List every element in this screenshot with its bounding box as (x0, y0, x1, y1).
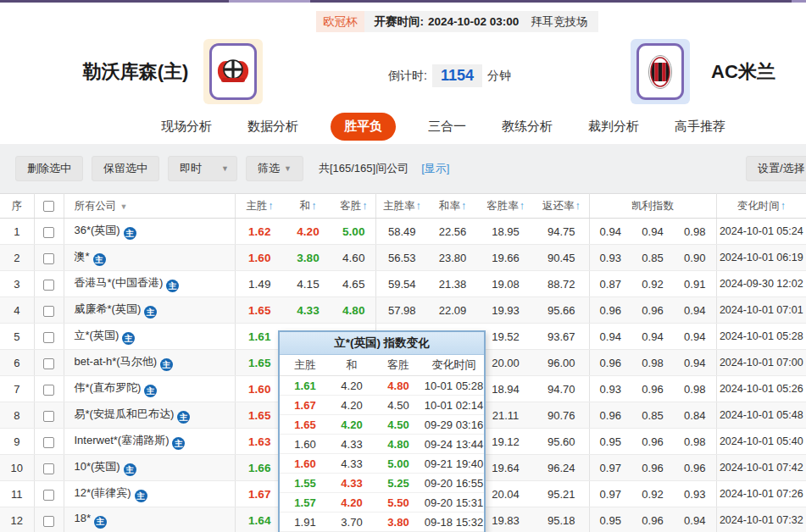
home-odds[interactable]: 1.60 (235, 376, 284, 402)
home-circle-icon[interactable]: 主 (144, 306, 157, 319)
header-home-rate[interactable]: 主胜率↑ (375, 194, 428, 219)
nav-tab[interactable]: 高手推荐 (671, 113, 729, 141)
kickoff-label: 开赛时间: (375, 14, 425, 30)
home-odds[interactable]: 1.65 (235, 297, 284, 324)
popup-draw-odds: 4.33 (331, 457, 373, 470)
popup-change-time: 09-21 19:40 (424, 457, 484, 470)
nav-tab[interactable]: 教练分析 (498, 113, 556, 141)
company-name[interactable]: 伟*(直布罗陀) (75, 381, 142, 394)
away-rate: 19.08 (477, 271, 534, 297)
nav-tab[interactable]: 胜平负 (331, 113, 396, 141)
home-odds[interactable]: 1.67 (235, 481, 284, 507)
company-name[interactable]: Interwet*(塞浦路斯) (75, 434, 170, 446)
row-checkbox[interactable] (43, 280, 54, 291)
row-checkbox[interactable] (43, 385, 54, 396)
company-name[interactable]: 36*(英国) (75, 224, 120, 236)
company-name[interactable]: 10*(英国) (75, 460, 120, 473)
row-checkbox[interactable] (43, 227, 54, 238)
row-checkbox[interactable] (43, 437, 54, 448)
home-circle-icon[interactable]: 主 (93, 253, 106, 266)
live-dropdown[interactable]: 即时 ▼ (168, 156, 237, 181)
draw-odds[interactable]: 3.80 (284, 245, 332, 271)
delete-selected-button[interactable]: 删除选中 (15, 156, 83, 181)
company-name[interactable]: 威廉希*(英国) (75, 302, 142, 315)
ac-milan-crest-icon (643, 52, 677, 92)
away-odds[interactable]: 4.80 (332, 297, 375, 324)
header-home-odds[interactable]: 主胜↑ (235, 194, 284, 219)
home-odds[interactable]: 1.63 (235, 429, 284, 455)
header-away-odds[interactable]: 客胜↑ (332, 194, 375, 219)
row-checkbox[interactable] (43, 253, 54, 264)
nav-tab[interactable]: 裁判分析 (585, 113, 642, 141)
company-name[interactable]: 香港马*(中国香港) (75, 276, 164, 289)
home-circle-icon[interactable]: 主 (166, 280, 179, 292)
header-away-rate[interactable]: 客胜率↑ (477, 194, 534, 219)
keep-selected-button[interactable]: 保留选中 (92, 156, 159, 181)
popup-home-odds: 1.61 (280, 380, 331, 392)
home-circle-icon[interactable]: 主 (135, 490, 147, 502)
header-draw-odds[interactable]: 和↑ (284, 194, 332, 219)
company-name[interactable]: 18* (75, 512, 92, 524)
home-odds[interactable]: 1.60 (235, 245, 284, 271)
popup-row: 1.61 4.20 4.80 10-01 05:28 (280, 376, 484, 396)
away-rate: 19.66 (477, 245, 534, 271)
away-rate: 18.94 (477, 376, 534, 402)
home-circle-icon[interactable]: 主 (124, 463, 136, 476)
home-circle-icon[interactable]: 主 (122, 332, 135, 345)
nav-tab[interactable]: 三合一 (425, 113, 470, 141)
kelly-home: 0.95 (589, 507, 631, 532)
kelly-away: 0.98 (674, 429, 716, 455)
select-all-checkbox[interactable] (43, 201, 54, 212)
home-odds[interactable]: 1.65 (235, 350, 284, 376)
away-odds[interactable]: 5.00 (332, 219, 375, 245)
row-checkbox[interactable] (43, 463, 54, 474)
home-odds[interactable]: 1.64 (235, 507, 284, 532)
chevron-down-icon: ▼ (284, 164, 292, 173)
home-circle-icon[interactable]: 主 (172, 437, 185, 450)
row-checkbox-cell (34, 402, 64, 429)
home-odds[interactable]: 1.49 (235, 271, 284, 297)
popup-draw-odds: 4.20 (331, 380, 373, 392)
show-link[interactable]: [显示] (421, 161, 449, 176)
home-circle-icon[interactable]: 主 (124, 227, 136, 240)
home-odds[interactable]: 1.61 (235, 324, 284, 350)
row-checkbox[interactable] (43, 516, 54, 527)
home-odds[interactable]: 1.65 (235, 402, 284, 429)
away-odds[interactable]: 4.65 (332, 271, 375, 297)
draw-odds[interactable]: 4.20 (284, 219, 332, 245)
company-name[interactable]: 易*(安提瓜和巴布达) (75, 407, 175, 420)
filter-dropdown-label: 筛选 (258, 161, 280, 176)
home-odds[interactable]: 1.62 (235, 219, 284, 245)
company-name[interactable]: 澳* (75, 250, 90, 263)
home-circle-icon[interactable]: 主 (177, 411, 190, 424)
row-index: 8 (0, 402, 34, 429)
draw-odds[interactable]: 4.33 (284, 297, 332, 324)
company-cell: 10*(英国)主 (64, 455, 235, 481)
nav-tab[interactable]: 数据分析 (244, 113, 302, 141)
header-draw-rate[interactable]: 和率↑ (428, 194, 477, 219)
row-checkbox[interactable] (43, 306, 54, 317)
header-return-rate[interactable]: 返还率↑ (534, 194, 589, 219)
away-team-name: AC米兰 (697, 59, 790, 85)
home-circle-icon[interactable]: 主 (160, 358, 173, 371)
company-name[interactable]: bet-at-h*(马尔他) (75, 355, 158, 368)
filter-dropdown[interactable]: 筛选 ▼ (246, 156, 303, 181)
row-checkbox[interactable] (43, 332, 54, 343)
home-circle-icon[interactable]: 主 (144, 385, 157, 397)
header-company[interactable]: 所有公司▼ (64, 194, 235, 219)
row-checkbox[interactable] (43, 411, 54, 422)
row-checkbox[interactable] (43, 490, 54, 501)
kelly-draw: 0.94 (631, 324, 674, 350)
nav-tab[interactable]: 现场分析 (158, 113, 215, 141)
home-circle-icon[interactable]: 主 (94, 516, 107, 529)
row-checkbox-cell (34, 324, 64, 350)
draw-odds[interactable]: 4.15 (284, 271, 332, 297)
settings-select-button[interactable]: 设置/选择 (746, 156, 806, 181)
company-name[interactable]: 立*(英国) (75, 329, 120, 341)
home-odds[interactable]: 1.66 (235, 455, 284, 481)
header-change-time[interactable]: 变化时间↑ (716, 194, 806, 219)
away-odds[interactable]: 4.60 (332, 245, 375, 271)
row-checkbox[interactable] (43, 358, 54, 369)
draw-rate: 21.38 (428, 271, 477, 297)
company-name[interactable]: 12*(菲律宾) (75, 486, 131, 499)
